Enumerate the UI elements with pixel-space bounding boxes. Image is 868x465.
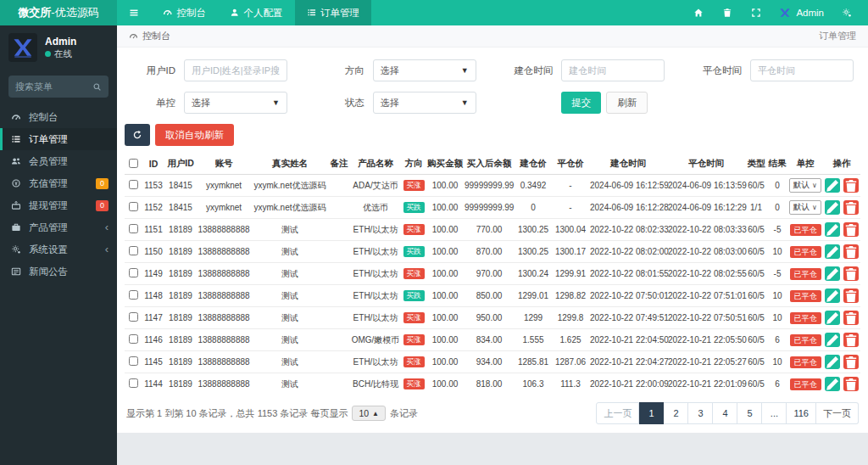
row-checkbox[interactable] — [129, 202, 138, 211]
edit-button[interactable] — [825, 200, 840, 215]
column-header[interactable]: 平仓时间 — [667, 154, 745, 175]
status-select[interactable]: 选择▼ — [373, 92, 476, 114]
cancel-auto-refresh-button[interactable]: 取消自动刷新 — [155, 124, 234, 146]
sidebar-item-members[interactable]: 会员管理 — [0, 150, 117, 172]
next-page-button[interactable]: 下一页 — [816, 402, 859, 424]
delete-button[interactable] — [843, 266, 859, 281]
user-menu[interactable]: Admin — [771, 7, 832, 19]
prev-page-button[interactable]: 上一页 — [596, 402, 639, 424]
edit-button[interactable] — [825, 355, 840, 369]
chevron-left-icon: ‹ — [105, 245, 108, 254]
sidebar-toggle-button[interactable] — [117, 0, 151, 25]
refresh-button[interactable]: 刷新 — [606, 92, 648, 114]
row-checkbox[interactable] — [129, 180, 138, 189]
edit-button[interactable] — [825, 266, 840, 281]
row-checkbox[interactable] — [129, 290, 138, 300]
row-checkbox[interactable] — [129, 246, 138, 255]
column-header[interactable]: 操作 — [823, 154, 860, 175]
edit-button[interactable] — [825, 377, 840, 391]
edit-button[interactable] — [825, 333, 840, 347]
column-header[interactable]: 产品名称 — [350, 154, 401, 175]
sidebar-item-orders[interactable]: 订单管理 — [0, 128, 117, 150]
cell-open_price: 1300.24 — [515, 263, 552, 285]
control-select[interactable]: 选择▼ — [184, 92, 287, 114]
delete-button[interactable] — [843, 178, 859, 193]
delete-button[interactable] — [843, 222, 859, 237]
row-checkbox[interactable] — [129, 268, 138, 277]
cell-remark — [328, 241, 350, 263]
delete-button[interactable] — [843, 355, 859, 369]
edit-button[interactable] — [825, 178, 840, 193]
topbar-right: Admin — [684, 0, 868, 25]
column-header[interactable]: 结果 — [767, 154, 787, 175]
page-size-select[interactable]: 10▲ — [352, 406, 386, 421]
page-button-5[interactable]: 5 — [737, 402, 762, 424]
column-header[interactable]: 用户ID — [165, 154, 196, 175]
column-header[interactable]: 建仓价 — [515, 154, 552, 175]
topbar-tab-profile[interactable]: 个人配置 — [218, 0, 295, 25]
submit-button[interactable]: 提交 — [561, 92, 601, 114]
user-id-input[interactable] — [184, 59, 287, 81]
topbar-menu: 控制台个人配置订单管理 — [151, 0, 371, 25]
column-header[interactable]: 建仓时间 — [589, 154, 667, 175]
open-time-input[interactable] — [561, 59, 665, 81]
brand-logo[interactable]: 微交所-优选源码 — [0, 0, 117, 25]
delete-button[interactable] — [843, 311, 859, 325]
row-control-select[interactable]: 默认∨ — [789, 200, 821, 215]
edit-button[interactable] — [825, 289, 840, 303]
column-header[interactable]: 真实姓名 — [252, 154, 328, 175]
cell-actions — [823, 219, 860, 241]
sidebar-item-console[interactable]: 控制台 — [0, 106, 117, 128]
search-input[interactable] — [15, 81, 92, 92]
home-button[interactable] — [684, 0, 713, 25]
fullscreen-button[interactable] — [742, 0, 771, 25]
topbar-tab-console[interactable]: 控制台 — [151, 0, 218, 25]
column-header[interactable]: 购买金额 — [426, 154, 464, 175]
topbar-tab-orders[interactable]: 订单管理 — [295, 0, 372, 25]
select-all-checkbox[interactable] — [129, 159, 138, 168]
edit-button[interactable] — [825, 311, 840, 325]
sidebar-item-recharge[interactable]: 充值管理0 — [0, 172, 117, 194]
column-header[interactable]: 买入后余额 — [464, 154, 515, 175]
column-header[interactable]: 平仓价 — [552, 154, 589, 175]
clear-cache-button[interactable] — [713, 0, 742, 25]
sidebar-item-withdraw[interactable]: 提现管理0 — [0, 194, 117, 216]
column-header[interactable]: 备注 — [328, 154, 350, 175]
page-button-1[interactable]: 1 — [639, 402, 664, 424]
page-button-4[interactable]: 4 — [713, 402, 737, 424]
column-header[interactable]: 单控 — [787, 154, 823, 175]
edit-button[interactable] — [825, 244, 840, 259]
cell-actions — [823, 285, 860, 307]
column-header[interactable]: 账号 — [196, 154, 252, 175]
reload-button[interactable] — [125, 124, 150, 146]
delete-button[interactable] — [843, 333, 859, 347]
page-button-3[interactable]: 3 — [688, 402, 713, 424]
breadcrumb-left[interactable]: 控制台 — [142, 30, 170, 42]
edit-button[interactable] — [825, 222, 840, 237]
row-checkbox[interactable] — [129, 378, 138, 388]
row-checkbox[interactable] — [129, 224, 138, 233]
settings-button[interactable] — [832, 0, 861, 25]
cell-balance_after: 834.00 — [464, 329, 515, 351]
row-checkbox[interactable] — [129, 356, 138, 366]
sidebar-item-products[interactable]: 产品管理‹ — [0, 216, 117, 238]
column-header[interactable]: 方向 — [401, 154, 426, 175]
delete-button[interactable] — [843, 200, 859, 215]
sidebar-item-settings[interactable]: 系统设置‹ — [0, 238, 117, 261]
row-control-select[interactable]: 默认∨ — [789, 178, 821, 193]
column-header[interactable]: ID — [142, 154, 165, 175]
page-button-2[interactable]: 2 — [664, 402, 688, 424]
search-icon[interactable] — [92, 82, 102, 92]
close-time-input[interactable] — [750, 59, 854, 81]
sidebar-item-news[interactable]: 新闻公告 — [0, 261, 117, 283]
delete-button[interactable] — [843, 377, 859, 391]
row-checkbox[interactable] — [129, 312, 138, 322]
cell-result: 10 — [767, 307, 787, 329]
delete-button[interactable] — [843, 289, 859, 303]
page-button-116[interactable]: 116 — [787, 402, 816, 424]
column-header[interactable]: 类型 — [745, 154, 767, 175]
row-checkbox[interactable] — [129, 334, 138, 344]
delete-button[interactable] — [843, 244, 859, 259]
page-button-...[interactable]: ... — [762, 402, 787, 424]
direction-select[interactable]: 选择▼ — [373, 59, 476, 81]
